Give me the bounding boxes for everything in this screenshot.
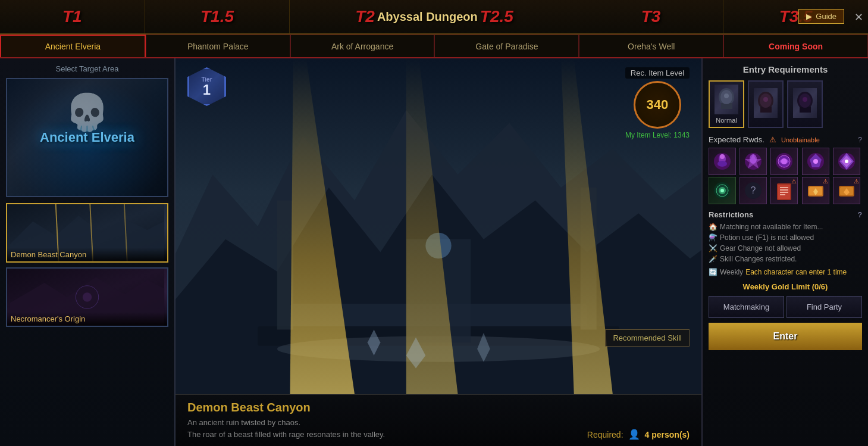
reward-item-7[interactable] bbox=[770, 177, 798, 204]
tab-phantom-palace-label: Phantom Palace bbox=[187, 42, 249, 51]
reward-item-8[interactable] bbox=[802, 177, 829, 204]
helmet-svg bbox=[716, 86, 737, 113]
weekly-gold-limit: Weekly Gold Limit (0/6) bbox=[709, 282, 862, 291]
restrictions-help-icon[interactable]: ? bbox=[858, 211, 862, 219]
difficulty-hard[interactable] bbox=[748, 80, 784, 128]
tier-t1[interactable]: T1 bbox=[0, 0, 145, 33]
tab-coming-soon[interactable]: Coming Soon bbox=[723, 35, 868, 57]
dungeon-info-bar: Demon Beast Canyon An ancient ruin twist… bbox=[176, 394, 701, 446]
svg-point-8 bbox=[83, 292, 92, 301]
play-icon: ▶ bbox=[806, 12, 812, 21]
close-button[interactable]: ✕ bbox=[854, 11, 863, 24]
tab-ancient-elveria-label: Ancient Elveria bbox=[45, 42, 101, 51]
restriction-0: 🏠 Matching not available for Item... bbox=[709, 223, 862, 231]
rec-item-circle: 340 bbox=[634, 81, 681, 129]
weekly-icon: 🔄 bbox=[709, 268, 717, 276]
restrictions-section-title: Restrictions ? bbox=[709, 210, 862, 219]
center-content: Tier 1 Rec. Item Level 340 My Item Level… bbox=[176, 58, 701, 446]
tier-t35[interactable]: T3.5 ▶ Guide ✕ bbox=[723, 0, 868, 33]
restriction-text-0: Matching not available for Item... bbox=[720, 223, 823, 231]
warning-icon: ⚠ bbox=[769, 135, 776, 144]
rec-item-num: 340 bbox=[647, 97, 669, 113]
expected-rewards-title-text: Expected Rwds. bbox=[709, 135, 764, 144]
left-sidebar: Select Target Area 💀 Ancient Elveria bbox=[0, 58, 176, 446]
tab-orehas-well-label: Oreha's Well bbox=[628, 42, 675, 51]
restriction-1: ⚗️ Potion use (F1) is not allowed bbox=[709, 233, 862, 242]
tab-gate-of-paradise[interactable]: Gate of Paradise bbox=[434, 35, 579, 57]
weekly-prefix: Weekly bbox=[720, 268, 743, 276]
reward-item-5[interactable] bbox=[709, 177, 736, 204]
tab-gate-of-paradise-label: Gate of Paradise bbox=[475, 42, 538, 51]
weekly-highlight: Each character can enter 1 time bbox=[745, 268, 847, 276]
enter-button[interactable]: Enter bbox=[709, 323, 862, 350]
tier-t25-label: T2.5 bbox=[480, 7, 513, 26]
difficulty-hard-img bbox=[754, 88, 778, 118]
guide-button[interactable]: ▶ Guide bbox=[798, 9, 844, 24]
restriction-icon-0: 🏠 bbox=[709, 223, 717, 231]
tab-orehas-well[interactable]: Oreha's Well bbox=[579, 35, 723, 57]
required-label: Required: bbox=[587, 430, 623, 439]
restriction-text-1: Potion use (F1) is not allowed bbox=[720, 233, 814, 242]
tier-t2-label: T2 bbox=[355, 7, 375, 26]
tier-t3[interactable]: T3 bbox=[579, 0, 724, 33]
tier-t2[interactable]: T2 Abyssal Dungeon T2.5 bbox=[290, 0, 578, 33]
rec-item-level: Rec. Item Level 340 My Item Level: 1343 bbox=[625, 67, 690, 139]
tab-phantom-palace[interactable]: Phantom Palace bbox=[146, 35, 290, 57]
tier-t15[interactable]: T1.5 bbox=[145, 0, 290, 33]
restrictions-title-text: Restrictions bbox=[709, 210, 753, 219]
expected-rewards-title: Expected Rwds. ⚠ Unobtainable ? bbox=[709, 135, 862, 144]
svg-point-36 bbox=[803, 97, 807, 102]
dungeon-thumb-demon-beast[interactable]: Demon Beast Canyon bbox=[6, 203, 168, 263]
reward-item-9[interactable] bbox=[833, 177, 860, 204]
rec-item-label-text: Rec. Item Level bbox=[625, 67, 690, 79]
dungeon-thumb-necromancer[interactable]: Necromancer's Origin bbox=[6, 267, 168, 327]
required-persons-count: 4 person(s) bbox=[645, 430, 690, 439]
recommended-skill-button[interactable]: Recommended Skill bbox=[605, 329, 690, 347]
chaos-helmet-svg bbox=[795, 90, 816, 117]
svg-point-32 bbox=[763, 97, 768, 102]
difficulty-normal[interactable]: Normal bbox=[709, 80, 744, 128]
matchmaking-button[interactable]: Matchmaking bbox=[709, 296, 784, 318]
action-buttons: Matchmaking Find Party bbox=[709, 296, 862, 318]
find-party-button[interactable]: Find Party bbox=[786, 296, 862, 318]
tier-t15-label: T1.5 bbox=[200, 7, 234, 26]
reward-item-1[interactable] bbox=[739, 148, 767, 175]
reward-item-6[interactable]: ? bbox=[739, 177, 767, 204]
my-item-level: My Item Level: 1343 bbox=[625, 131, 690, 139]
reward-item-3[interactable] bbox=[802, 148, 829, 175]
svg-point-53 bbox=[845, 160, 848, 163]
restrictions-list: 🏠 Matching not available for Item... ⚗️ … bbox=[709, 223, 862, 266]
main-area-image: 💀 Ancient Elveria bbox=[6, 78, 168, 197]
svg-point-28 bbox=[724, 93, 729, 98]
entry-requirements-title: Entry Requirements bbox=[709, 64, 862, 74]
reward-icon-2 bbox=[773, 151, 795, 172]
reward-section: ? bbox=[709, 148, 862, 210]
difficulty-chaos[interactable] bbox=[787, 80, 823, 128]
reward-icon-6: ? bbox=[742, 180, 764, 201]
svg-point-57 bbox=[720, 189, 724, 192]
reward-item-4[interactable] bbox=[833, 148, 860, 175]
restriction-2: ⚔️ Gear Change not allowed bbox=[709, 244, 862, 252]
right-panel: Entry Requirements Normal bbox=[701, 58, 868, 446]
tab-ark-of-arrogance[interactable]: Ark of Arrogance bbox=[290, 35, 435, 57]
person-icon: 👤 bbox=[628, 429, 640, 440]
reward-icon-0 bbox=[712, 151, 733, 172]
help-icon[interactable]: ? bbox=[858, 136, 862, 144]
svg-text:?: ? bbox=[751, 185, 756, 195]
dungeon-thumb-necromancer-label: Necromancer's Origin bbox=[7, 312, 167, 326]
tab-ancient-elveria[interactable]: Ancient Elveria bbox=[0, 35, 146, 57]
reward-item-2[interactable] bbox=[770, 148, 798, 175]
guide-label: Guide bbox=[816, 12, 836, 21]
restriction-text-3: Skill Changes restricted. bbox=[720, 255, 797, 263]
reward-icon-7 bbox=[773, 180, 795, 201]
difficulty-normal-img bbox=[715, 85, 738, 114]
reward-item-0[interactable] bbox=[709, 148, 736, 175]
dungeon-main-title: Abyssal Dungeon bbox=[377, 10, 478, 24]
tier-t1-label: T1 bbox=[62, 7, 82, 26]
reward-icon-9 bbox=[836, 180, 857, 201]
difficulty-chaos-img bbox=[793, 88, 817, 118]
main-layout: Select Target Area 💀 Ancient Elveria bbox=[0, 58, 868, 446]
dungeon-name-bar: Demon Beast Canyon bbox=[187, 401, 690, 414]
restriction-icon-2: ⚔️ bbox=[709, 244, 717, 252]
restriction-3: 🗡️ Skill Changes restricted. bbox=[709, 255, 862, 263]
